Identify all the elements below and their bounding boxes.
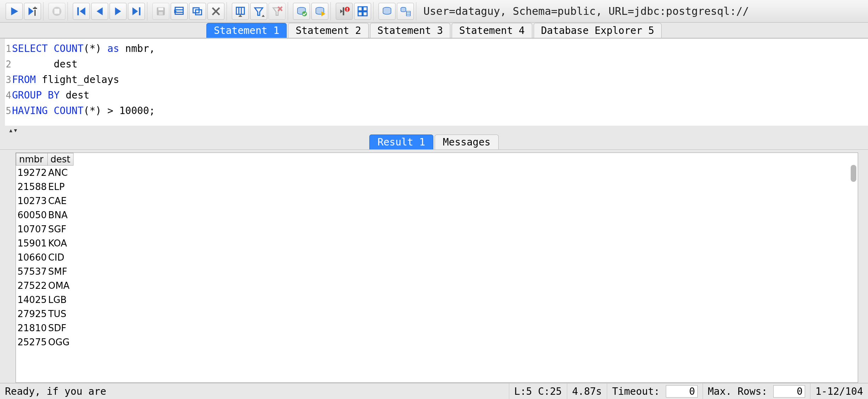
prev-row-button[interactable] (91, 3, 108, 20)
disconnect-warn-button[interactable] (336, 3, 353, 20)
cell-nmbr[interactable]: 15901 (16, 236, 48, 250)
svg-marker-10 (115, 7, 121, 15)
rollback-button[interactable] (311, 3, 328, 20)
cell-dest[interactable]: CAE (47, 194, 73, 208)
tab-statement-2[interactable]: Statement 2 (288, 23, 368, 38)
column-header-nmbr[interactable]: nmbr (16, 153, 48, 166)
svg-marker-0 (11, 7, 18, 15)
svg-rect-40 (347, 8, 348, 10)
cell-nmbr[interactable]: 10660 (16, 250, 48, 264)
svg-marker-11 (133, 7, 138, 15)
table-row[interactable]: 15901KOA (16, 236, 74, 250)
cell-dest[interactable]: OMA (47, 279, 73, 293)
next-row-button[interactable] (110, 3, 127, 20)
sql-line[interactable]: FROM flight_delays (12, 72, 868, 88)
table-row[interactable]: 25275OGG (16, 335, 74, 349)
cell-nmbr[interactable]: 10273 (16, 194, 48, 208)
status-timeout-label: Timeout: (612, 386, 660, 397)
cell-nmbr[interactable]: 60050 (16, 208, 48, 222)
cell-nmbr[interactable]: 27925 (16, 307, 48, 321)
cell-dest[interactable]: OGG (47, 335, 73, 349)
toolbar-group-txn (291, 2, 331, 20)
commit-button[interactable] (293, 3, 310, 20)
append-results-button[interactable] (354, 3, 371, 20)
cell-dest[interactable]: ELP (47, 180, 73, 194)
svg-rect-48 (406, 11, 410, 16)
table-row[interactable]: 27522OMA (16, 279, 74, 293)
tab-statement-1[interactable]: Statement 1 (206, 23, 287, 38)
insert-row-button[interactable] (171, 3, 188, 20)
cell-dest[interactable]: SGF (47, 222, 73, 236)
result-grid-pane: nmbrdest 19272ANC21588ELP10273CAE60050BN… (0, 150, 868, 383)
cell-nmbr[interactable]: 14025 (16, 293, 48, 307)
tab-statement-3[interactable]: Statement 3 (370, 23, 450, 38)
sql-line[interactable]: HAVING COUNT(*) > 10000; (12, 103, 868, 119)
duplicate-row-button[interactable] (189, 3, 206, 20)
status-elapsed: 4.87s (567, 383, 607, 399)
run-to-cursor-button[interactable] (24, 3, 41, 20)
status-cursor-pos: L:5 C:25 (509, 383, 567, 399)
show-db-explorer-button[interactable] (379, 3, 395, 20)
table-row[interactable]: 10707SGF (16, 222, 74, 236)
tab-result-1[interactable]: Result 1 (369, 135, 433, 149)
tab-statement-4[interactable]: Statement 4 (452, 23, 532, 38)
toolbar-group-explorer (376, 2, 416, 20)
column-header-dest[interactable]: dest (47, 153, 73, 166)
show-db-tree-button[interactable] (397, 3, 414, 20)
sql-line[interactable]: dest (12, 56, 868, 72)
table-row[interactable]: 27925TUS (16, 307, 74, 321)
line-number: 3 (5, 72, 11, 88)
editor-result-splitter[interactable]: ▴▾ (0, 126, 868, 134)
table-row[interactable]: 21810SDF (16, 321, 74, 335)
tab-database-explorer-5[interactable]: Database Explorer 5 (534, 23, 662, 38)
result-grid-frame: nmbrdest 19272ANC21588ELP10273CAE60050BN… (16, 153, 858, 383)
delete-row-button[interactable] (207, 3, 224, 20)
tab-messages[interactable]: Messages (435, 135, 499, 149)
cell-dest[interactable]: LGB (47, 293, 73, 307)
table-row[interactable]: 10273CAE (16, 194, 74, 208)
select-columns-button[interactable] (232, 3, 249, 20)
result-table[interactable]: nmbrdest 19272ANC21588ELP10273CAE60050BN… (16, 153, 74, 349)
timeout-input[interactable] (666, 385, 698, 398)
svg-marker-38 (340, 9, 343, 13)
cell-dest[interactable]: TUS (47, 307, 73, 321)
cell-nmbr[interactable]: 57537 (16, 264, 48, 279)
cell-dest[interactable]: BNA (47, 208, 73, 222)
stop-button[interactable] (48, 3, 65, 20)
table-row[interactable]: 60050BNA (16, 208, 74, 222)
cell-nmbr[interactable]: 19272 (16, 166, 48, 180)
cell-dest[interactable]: CID (47, 250, 73, 264)
svg-marker-9 (97, 7, 103, 15)
cell-dest[interactable]: SDF (47, 321, 73, 335)
cell-dest[interactable]: KOA (47, 236, 73, 250)
cell-nmbr[interactable]: 27522 (16, 279, 48, 293)
sql-editor[interactable]: SELECT COUNT(*) as nmbr, destFROM flight… (11, 39, 868, 126)
toolbar-group-filter (230, 2, 288, 20)
clear-filter-button[interactable] (269, 3, 286, 20)
cell-nmbr[interactable]: 21588 (16, 180, 48, 194)
first-row-button[interactable] (73, 3, 90, 20)
save-button[interactable] (152, 3, 169, 20)
run-button[interactable] (6, 3, 23, 20)
table-row[interactable]: 10660CID (16, 250, 74, 264)
svg-rect-41 (347, 10, 348, 11)
status-message: Ready, if you are (0, 383, 509, 399)
table-row[interactable]: 19272ANC (16, 166, 74, 180)
table-row[interactable]: 21588ELP (16, 180, 74, 194)
filter-button[interactable] (250, 3, 267, 20)
table-row[interactable]: 57537SMF (16, 264, 74, 279)
svg-rect-14 (158, 8, 163, 10)
maxrows-input[interactable] (773, 385, 805, 398)
cell-dest[interactable]: SMF (47, 264, 73, 279)
sql-line[interactable]: SELECT COUNT(*) as nmbr, (12, 41, 868, 56)
line-number: 2 (5, 56, 11, 72)
cell-dest[interactable]: ANC (47, 166, 73, 180)
sql-line[interactable]: GROUP BY dest (12, 88, 868, 103)
table-row[interactable]: 14025LGB (16, 293, 74, 307)
cell-nmbr[interactable]: 21810 (16, 321, 48, 335)
cell-nmbr[interactable]: 25275 (16, 335, 48, 349)
last-row-button[interactable] (128, 3, 145, 20)
result-scrollbar-thumb[interactable] (851, 165, 856, 182)
cell-nmbr[interactable]: 10707 (16, 222, 48, 236)
sql-editor-pane: 12345 SELECT COUNT(*) as nmbr, destFROM … (0, 38, 868, 126)
